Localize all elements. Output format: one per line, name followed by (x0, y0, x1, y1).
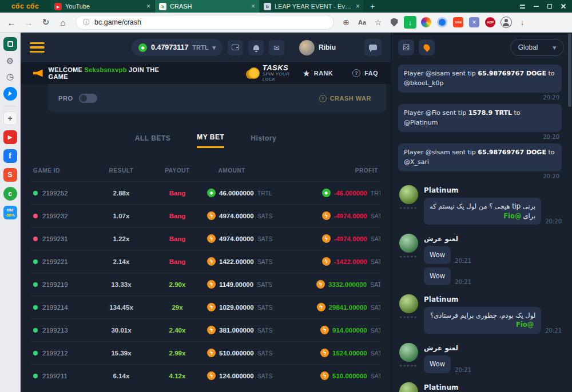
mail-button[interactable]: ✉ (269, 40, 284, 55)
hamburger-menu-icon[interactable] (30, 42, 45, 53)
table-row[interactable]: 2199213 30.01x 2.40x 381.000000SATS 914.… (31, 318, 380, 341)
bosskey-button[interactable] (516, 1, 529, 11)
chat-username[interactable]: Platinum (424, 295, 562, 303)
avatar[interactable] (399, 234, 418, 253)
profit-cell: -4974.0000SATS (284, 234, 380, 243)
tasks-banner-button[interactable]: TASKS SPIN YOUR LUCK (246, 64, 303, 82)
mention[interactable]: @Fio (516, 321, 534, 329)
wallet-button[interactable] (228, 40, 243, 55)
chat-toggle-button[interactable] (364, 39, 382, 56)
message-time: 20:20 (398, 134, 559, 140)
home-button[interactable]: ⌂ (56, 15, 70, 29)
table-row[interactable]: 2199211 6.14x 4.12x 124.000000SATS 510.0… (31, 364, 380, 387)
profile-icon[interactable] (500, 16, 513, 29)
add-shortcut-icon[interactable]: + (3, 111, 17, 125)
chat-scrollbar[interactable] (568, 34, 571, 107)
coin-icon (322, 211, 331, 220)
tiki-discount-badge: -50% (5, 213, 14, 217)
extension-yan-icon[interactable]: YAN (452, 16, 464, 29)
rank-star-icon: ★ (303, 69, 310, 78)
user-menu[interactable]: Ribiu (299, 40, 336, 55)
result: 6.14x (95, 373, 148, 379)
notifications-bell-button[interactable] (248, 40, 264, 55)
extension-colorwheel-icon[interactable] (420, 16, 432, 29)
shield-icon[interactable] (388, 16, 400, 29)
forward-button[interactable]: → (22, 15, 35, 29)
balance-selector[interactable]: 0.47973117 TRTL ▾ (132, 39, 223, 56)
tab-history[interactable]: History (251, 133, 276, 148)
crash-war-button[interactable]: ? CRASH WAR (315, 91, 376, 106)
new-tab-button[interactable]: + (364, 2, 380, 11)
coccoc-logo[interactable]: cốc cốc (0, 2, 50, 10)
profit-cell: -4974.0000SATS (284, 211, 380, 220)
facebook-shortcut-icon[interactable]: f (3, 149, 17, 163)
payout: 2.99x (148, 350, 207, 357)
close-window-button[interactable] (557, 1, 570, 11)
result: 134.45x (95, 304, 148, 311)
status-dot (33, 374, 38, 378)
tab-leap-year-event[interactable]: b LEAP YEAR EVENT - Event × (260, 0, 364, 13)
table-row[interactable]: 2199252 2.88x Bang 46.0000000TRTL -46.00… (31, 181, 380, 204)
table-row[interactable]: 2199232 1.07x Bang 4974.00000SATS -4974.… (31, 204, 380, 227)
chat-username[interactable]: لعتو عرش (424, 235, 562, 243)
user-avatar[interactable] (299, 40, 315, 55)
amount-cell: 1149.00000SATS (207, 280, 284, 289)
address-bar[interactable]: ⓘ bc.game/crash (76, 15, 334, 30)
tab-close-icon[interactable]: × (356, 2, 360, 10)
history-clock-icon[interactable]: ◷ (6, 71, 14, 82)
back-button[interactable]: ← (5, 15, 18, 29)
chat-flame-icon[interactable] (419, 39, 435, 55)
chat-message: ★★★★★ Platinum بزنی tip هیچی ؟ من لول یک… (398, 185, 562, 228)
table-row[interactable]: 2199212 15.39x 2.99x 510.000000SATS 1524… (31, 341, 380, 364)
shopee-shortcut-icon[interactable]: S (3, 168, 17, 182)
download-manager-button[interactable]: ↓ (404, 16, 416, 29)
extension-blue-icon[interactable] (436, 16, 448, 29)
chat-username[interactable]: لعتو عرش (424, 344, 562, 352)
zoom-icon[interactable]: ⊕ (340, 16, 352, 29)
tab-youtube[interactable]: ▶ YouTube × (50, 0, 155, 13)
faq-button[interactable]: ? FAQ (352, 69, 378, 77)
coin-icon (207, 303, 216, 311)
table-row[interactable]: 2199221 2.14x Bang 1422.00000SATS -1422.… (31, 250, 380, 273)
coccoc-shortcut-icon[interactable]: c (3, 187, 17, 201)
messenger-icon[interactable] (3, 87, 17, 101)
tab-all-bets[interactable]: ALL BETS (135, 133, 170, 148)
tab-close-icon[interactable]: × (146, 2, 150, 10)
tab-crash[interactable]: b CRASH × (155, 0, 260, 13)
downloads-tray-icon[interactable]: ↓ (516, 16, 529, 29)
table-row[interactable]: 2199219 13.33x 2.90x 1149.00000SATS 3332… (31, 273, 380, 295)
chat-room-select[interactable]: Global ▾ (510, 39, 564, 56)
maximize-button[interactable] (543, 1, 556, 11)
rank-button[interactable]: ★ RANK (303, 69, 333, 78)
payout: 4.12x (148, 373, 207, 379)
pro-toggle[interactable] (79, 94, 97, 103)
avatar[interactable] (399, 185, 418, 204)
tiki-shortcut-icon[interactable]: tiki -50% (3, 206, 17, 219)
tab-close-icon[interactable]: × (251, 2, 255, 10)
mute-tab-icon[interactable]: ✕ (468, 16, 480, 29)
url-text[interactable]: bc.game/crash (94, 18, 141, 26)
tab-my-bet[interactable]: MY BET (197, 133, 224, 148)
coin-icon (207, 234, 216, 243)
avatar[interactable] (399, 294, 418, 313)
chat-username[interactable]: Platinum (424, 383, 562, 391)
chat-dice-icon[interactable]: ⚄ (398, 39, 414, 55)
translate-icon[interactable]: Aa (356, 16, 368, 29)
chat-username[interactable]: Platinum (424, 186, 562, 194)
reload-button[interactable]: ↻ (39, 15, 53, 29)
youtube-shortcut-icon[interactable]: ▶ (3, 130, 17, 144)
avatar[interactable] (399, 343, 418, 362)
table-row[interactable]: 2199214 134.45x 29x 1029.00000SATS 29841… (31, 295, 380, 318)
mention[interactable]: @Fio (503, 212, 521, 220)
chat-messages[interactable]: Player @sisam sent tip 65.98769767 DOGE … (391, 62, 572, 392)
avatar[interactable] (399, 382, 418, 392)
amount-cell: 4974.00000SATS (207, 211, 284, 220)
site-info-icon[interactable]: ⓘ (83, 18, 90, 27)
adblock-abp-icon[interactable]: ABP (484, 16, 496, 29)
table-row[interactable]: 2199231 1.22x Bang 4974.00000SATS -4974.… (31, 227, 380, 250)
settings-gear-icon[interactable]: ⚙ (6, 56, 14, 66)
bookmark-star-icon[interactable]: ☆ (372, 16, 384, 29)
bcgame-favicon: b (159, 3, 166, 10)
minimize-button[interactable] (530, 1, 542, 11)
webpanel-icon[interactable] (3, 37, 17, 51)
